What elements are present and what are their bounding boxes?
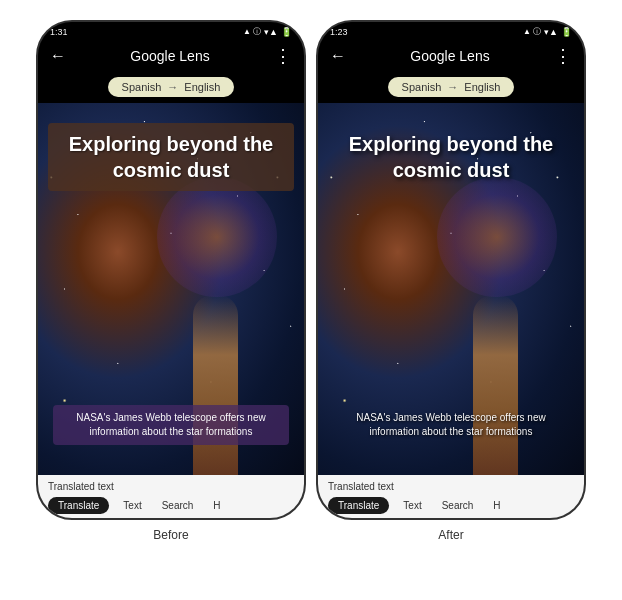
after-back-button[interactable]: ← (330, 47, 346, 65)
before-heading-text: Exploring beyond the cosmic dust (58, 131, 284, 183)
after-nebula-glow (437, 177, 557, 297)
after-app-title: Google Lens (410, 48, 489, 64)
before-tab-h[interactable]: H (207, 497, 226, 514)
after-label: After (438, 528, 463, 542)
before-nebula-pillar (193, 295, 238, 475)
before-tab-text[interactable]: Text (117, 497, 147, 514)
before-space-background: Exploring beyond the cosmic dust NASA's … (38, 103, 304, 475)
before-wifi-icon: ▾▲ (264, 27, 278, 37)
before-from-lang: Spanish (122, 81, 162, 93)
after-tab-h[interactable]: H (487, 497, 506, 514)
before-phone-frame: 1:31 ▲ ⓘ ▾▲ 🔋 ← Google Lens ⋮ Spanish → … (36, 20, 306, 520)
before-battery-icon: 🔋 (281, 27, 292, 37)
before-label: Before (153, 528, 188, 542)
after-app-bar: ← Google Lens ⋮ (318, 39, 584, 73)
before-nebula-glow (157, 177, 277, 297)
after-nebula-pillar (473, 295, 518, 475)
before-status-bar: 1:31 ▲ ⓘ ▾▲ 🔋 (38, 22, 304, 39)
after-battery-icon: 🔋 (561, 27, 572, 37)
before-more-button[interactable]: ⋮ (274, 45, 292, 67)
before-status-icons: ▲ ⓘ ▾▲ 🔋 (243, 26, 292, 37)
before-image-area: Exploring beyond the cosmic dust NASA's … (38, 103, 304, 475)
before-bottom-bar: Translated text Translate Text Search H (38, 475, 304, 518)
after-tab-bar: Translate Text Search H (328, 497, 574, 514)
after-heading-overlay: Exploring beyond the cosmic dust (328, 123, 574, 191)
before-translation-pill-bar: Spanish → English (38, 73, 304, 103)
after-more-button[interactable]: ⋮ (554, 45, 572, 67)
after-wifi-icon: ▾▲ (544, 27, 558, 37)
after-signal-icon: ▲ ⓘ (523, 26, 541, 37)
after-phone-frame: 1:23 ▲ ⓘ ▾▲ 🔋 ← Google Lens ⋮ Spanish → … (316, 20, 586, 520)
after-bottom-bar: Translated text Translate Text Search H (318, 475, 584, 518)
after-language-pill[interactable]: Spanish → English (388, 77, 515, 97)
after-status-icons: ▲ ⓘ ▾▲ 🔋 (523, 26, 572, 37)
comparison-container: 1:31 ▲ ⓘ ▾▲ 🔋 ← Google Lens ⋮ Spanish → … (0, 0, 622, 552)
before-translated-label: Translated text (48, 481, 294, 492)
before-arrow-icon: → (167, 81, 178, 93)
after-tab-translate[interactable]: Translate (328, 497, 389, 514)
before-tab-bar: Translate Text Search H (48, 497, 294, 514)
before-back-button[interactable]: ← (50, 47, 66, 65)
after-image-area: Exploring beyond the cosmic dust NASA's … (318, 103, 584, 475)
after-tab-text[interactable]: Text (397, 497, 427, 514)
before-section: 1:31 ▲ ⓘ ▾▲ 🔋 ← Google Lens ⋮ Spanish → … (36, 20, 306, 542)
after-translation-pill-bar: Spanish → English (318, 73, 584, 103)
after-time: 1:23 (330, 27, 348, 37)
before-signal-icon: ▲ ⓘ (243, 26, 261, 37)
after-description-text: NASA's James Webb telescope offers new i… (341, 411, 561, 439)
before-tab-search[interactable]: Search (156, 497, 200, 514)
before-language-pill[interactable]: Spanish → English (108, 77, 235, 97)
after-tab-search[interactable]: Search (436, 497, 480, 514)
after-space-background: Exploring beyond the cosmic dust NASA's … (318, 103, 584, 475)
before-time: 1:31 (50, 27, 68, 37)
before-app-bar: ← Google Lens ⋮ (38, 39, 304, 73)
before-app-title: Google Lens (130, 48, 209, 64)
after-translated-label: Translated text (328, 481, 574, 492)
after-to-lang: English (464, 81, 500, 93)
after-status-bar: 1:23 ▲ ⓘ ▾▲ 🔋 (318, 22, 584, 39)
after-from-lang: Spanish (402, 81, 442, 93)
before-heading-overlay: Exploring beyond the cosmic dust (48, 123, 294, 191)
before-tab-translate[interactable]: Translate (48, 497, 109, 514)
after-heading-text: Exploring beyond the cosmic dust (338, 131, 564, 183)
after-section: 1:23 ▲ ⓘ ▾▲ 🔋 ← Google Lens ⋮ Spanish → … (316, 20, 586, 542)
after-description-overlay: NASA's James Webb telescope offers new i… (333, 405, 569, 445)
before-description-overlay: NASA's James Webb telescope offers new i… (53, 405, 289, 445)
after-arrow-icon: → (447, 81, 458, 93)
before-description-text: NASA's James Webb telescope offers new i… (61, 411, 281, 439)
before-to-lang: English (184, 81, 220, 93)
